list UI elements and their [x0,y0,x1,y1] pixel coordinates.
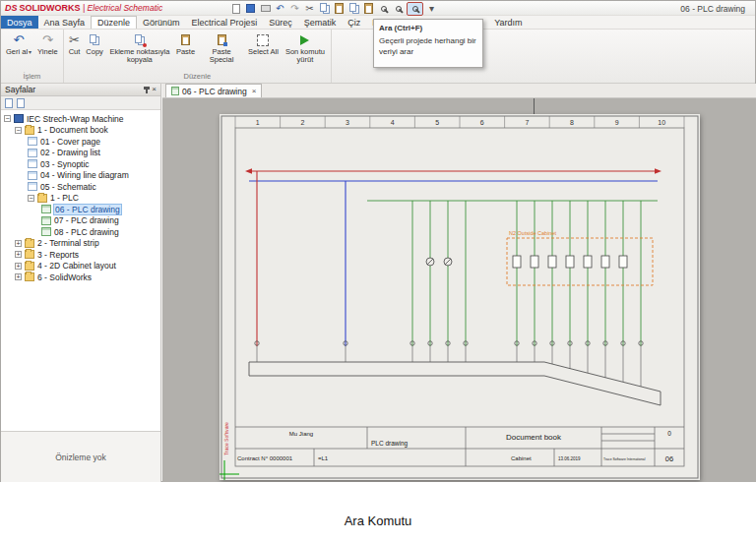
expander-icon[interactable]: − [28,195,34,202]
tree-item-document-book[interactable]: −1 - Document book [1,125,160,137]
column-numbers: 1 2 3 4 5 6 7 8 9 10 [256,119,665,126]
tree-item-solidworks[interactable]: +6 - SolidWorks [1,272,160,283]
tree-item-terminal-strip[interactable]: +2 - Terminal strip [1,238,160,250]
tree-item-schematic[interactable]: 05 - Schematic [1,181,160,193]
power-wires [245,168,662,346]
copy-label: Copy [86,48,103,56]
tooltip-body: Geçerli projede herhangi bir veriyi arar [379,36,477,57]
search-icon [412,6,418,12]
figure-caption: Ara Komutu [0,482,756,543]
paste-icon [335,3,344,14]
cut-ribbon-button[interactable]: ✂ Cut [67,31,83,57]
page-icon [28,182,37,191]
undo-ribbon-button[interactable]: ↶ Geri al▾ [4,31,33,57]
tree-item-project[interactable]: −IEC Strech-Wrap Machine [1,113,160,125]
paste-ribbon-button[interactable]: Paste [174,31,197,57]
toolbar-options-button[interactable]: ▾ [425,2,438,15]
new-document-button[interactable] [229,2,242,15]
menu-sematik[interactable]: Şematik [298,16,343,29]
menu-surec[interactable]: Süreç [263,16,298,29]
pages-panel-header: Sayfalar × [1,84,160,96]
book-title-label: Document book [506,433,562,442]
expander-icon[interactable]: − [15,127,22,134]
copy-button[interactable] [318,2,331,15]
select-all-icon [257,34,269,46]
paste-special-ribbon-button[interactable]: Paste Special [199,31,244,66]
drawing-canvas[interactable]: 1 2 3 4 5 6 7 8 9 10 [162,98,756,483]
close-panel-icon[interactable]: × [152,86,157,93]
tree-item-plc-folder[interactable]: −1 - PLC [1,193,160,205]
svg-text:3: 3 [346,119,349,126]
tree-item-wiring-line-diagram[interactable]: 04 - Wiring line diagram [1,170,160,182]
paste-special-button[interactable] [362,2,375,15]
folder-icon [25,250,34,259]
svg-text:6: 6 [480,119,484,126]
search-button[interactable] [407,2,423,16]
expander-icon[interactable]: + [15,240,22,247]
tab-close-icon[interactable]: × [252,87,257,95]
menu-dosya[interactable]: Dosya [1,16,38,29]
tree-item-plc-drawing-07[interactable]: 07 - PLC drawing [1,215,160,227]
copy-special-button[interactable] [347,2,360,15]
zoom-fit-button[interactable] [392,2,405,15]
expander-icon[interactable]: + [15,263,22,270]
tree-item-reports[interactable]: +3 - Reports [1,249,160,261]
page-icon [28,171,37,180]
paste-icon [181,34,190,45]
expander-icon[interactable]: + [15,273,22,280]
tree-item-2d-cabinet-layout[interactable]: +4 - 2D Cabinet layout [1,261,160,272]
schematic-drawing: 1 2 3 4 5 6 7 8 9 10 [220,114,700,480]
svg-text:5: 5 [435,119,439,126]
svg-text:1: 1 [256,119,260,126]
redo-button[interactable]: ↷ [288,2,301,15]
tree-item-synoptic[interactable]: 03 - Synoptic [1,158,160,170]
run-last-command-button[interactable]: Son komutu yürüt [283,31,328,66]
svg-text:10: 10 [658,119,665,126]
outside-cabinet-region [507,238,653,285]
preview-area: Önizleme yok [1,431,160,482]
menu-yardim[interactable]: Yardım [488,16,528,29]
title-block-text: Mu Jiang PLC drawing Document book 0 06 … [237,430,673,463]
quick-access-toolbar: ↶ ↷ ✂ ▾ [229,2,438,15]
menu-electrical-projesi[interactable]: Electrical Projesi [186,16,264,29]
copy-with-point-icon [135,34,145,45]
zoom-in-button[interactable] [377,2,390,15]
redo-ribbon-button[interactable]: ↷ Yinele [35,31,60,57]
print-button[interactable] [259,2,272,15]
expander-icon[interactable]: + [15,251,22,258]
plc-page-icon [41,216,51,225]
copy-with-insert-point-button[interactable]: Ekleme noktasıyla kopyala [107,31,172,66]
ribbon-group-duzenle: ✂ Cut Copy Ekleme noktasıyla kopyala Pas… [64,30,332,83]
run-last-command-label: Son komutu yürüt [284,48,326,65]
copy-icon [90,34,99,45]
location-label: =L1 [318,455,329,461]
menu-gorunum[interactable]: Görünüm [137,16,186,29]
cut-icon: ✂ [69,33,80,46]
select-all-ribbon-button[interactable]: Select All [246,31,281,57]
menu-duzenle[interactable]: Düzenle [91,16,137,29]
save-button[interactable] [244,2,257,15]
pin-icon[interactable] [146,87,148,93]
search-tooltip: Ara (Ctrl+F) Geçerli projede herhangi bi… [373,19,483,68]
page-icon [28,137,37,146]
tab-plc-drawing-06[interactable]: 06 - PLC drawing × [165,84,262,97]
undo-caret-icon: ▾ [29,49,32,55]
cable-duct [249,362,661,405]
tree-item-plc-drawing-06[interactable]: 06 - PLC drawing [1,204,160,215]
page-icon [28,149,37,157]
paste-button[interactable] [333,2,346,15]
cut-button[interactable]: ✂ [303,2,316,15]
region-label: N2 Outside Cabinet [509,230,556,236]
drawing-sheet[interactable]: 1 2 3 4 5 6 7 8 9 10 [220,114,700,480]
expander-icon[interactable]: − [4,115,11,122]
menu-ciz[interactable]: Çiz [342,16,366,29]
copy-icon [320,3,330,14]
tree-item-cover-page[interactable]: 01 - Cover page [1,136,160,148]
undo-button[interactable]: ↶ [274,2,286,15]
menu-ana-sayfa[interactable]: Ana Sayfa [38,16,92,29]
page-properties-icon[interactable] [17,98,25,108]
copy-ribbon-button[interactable]: Copy [84,31,105,57]
tree-item-drawing-list[interactable]: 02 - Drawing list [1,148,160,159]
new-page-icon[interactable] [5,98,13,108]
tree-item-plc-drawing-08[interactable]: 08 - PLC drawing [1,226,160,238]
